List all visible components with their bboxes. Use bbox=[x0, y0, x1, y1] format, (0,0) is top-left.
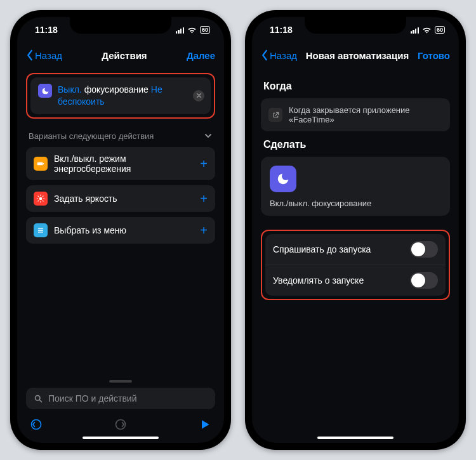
battery-icon: 60 bbox=[435, 26, 445, 34]
bottom-toolbar bbox=[17, 413, 224, 435]
when-section-title: Когда bbox=[263, 81, 447, 92]
undo-icon[interactable] bbox=[30, 418, 43, 431]
status-indicators: 60 bbox=[411, 26, 445, 34]
suggestion-brightness[interactable]: Задать яркость + bbox=[26, 185, 215, 212]
battery-square-icon bbox=[34, 157, 48, 171]
content-right: Когда Когда закрывается приложение «Face… bbox=[252, 68, 459, 435]
home-indicator[interactable] bbox=[83, 437, 159, 439]
close-icon bbox=[196, 93, 202, 98]
content-left: Выкл. фокусирование Не беспокоить Вариан… bbox=[17, 68, 224, 378]
screen-left: 11:18 60 Назад Действия Далее bbox=[17, 17, 224, 443]
back-label: Назад bbox=[270, 50, 297, 61]
suggestion-lowpower[interactable]: Вкл./выкл. режим энергосбережения + bbox=[26, 147, 215, 180]
switch-off[interactable] bbox=[410, 241, 438, 258]
sheet-handle[interactable] bbox=[109, 380, 132, 383]
cellular-icon bbox=[411, 27, 419, 34]
suggestion-label: Задать яркость bbox=[54, 194, 117, 204]
play-button[interactable] bbox=[199, 418, 211, 431]
chevron-left-icon bbox=[261, 49, 268, 61]
action-off[interactable]: Выкл. bbox=[58, 84, 82, 95]
moon-icon bbox=[270, 166, 296, 192]
suggestion-group: Варианты следующего действия Вкл./выкл. … bbox=[26, 128, 215, 244]
when-text: Когда закрывается приложение «FaceTime» bbox=[289, 105, 442, 124]
moon-icon bbox=[38, 84, 52, 98]
notch bbox=[70, 17, 171, 34]
svg-point-2 bbox=[39, 197, 43, 200]
wifi-icon bbox=[422, 27, 432, 34]
svg-rect-0 bbox=[37, 162, 43, 165]
svg-line-7 bbox=[38, 196, 39, 197]
suggestion-label: Выбрать из меню bbox=[54, 225, 126, 235]
back-button[interactable]: Назад bbox=[26, 49, 62, 61]
chevron-left-icon bbox=[26, 49, 34, 61]
clock: 11:18 bbox=[35, 25, 58, 35]
do-section-title: Сделать bbox=[263, 139, 447, 150]
svg-line-9 bbox=[38, 200, 39, 201]
action-text: Выкл. фокусирование Не беспокоить bbox=[58, 84, 203, 108]
plus-icon[interactable]: + bbox=[200, 192, 208, 205]
when-trigger-row[interactable]: Когда закрывается приложение «FaceTime» bbox=[261, 98, 450, 131]
done-button[interactable]: Готово bbox=[418, 50, 450, 61]
search-placeholder: Поиск ПО и действий bbox=[48, 393, 137, 404]
svg-marker-18 bbox=[202, 420, 209, 428]
action-main: фокусирование bbox=[84, 84, 149, 95]
plus-icon[interactable]: + bbox=[200, 224, 208, 237]
app-open-icon bbox=[268, 108, 282, 122]
highlight-toggles: Спрашивать до запуска Уведомлять о запус… bbox=[261, 230, 450, 300]
toggle-label: Спрашивать до запуска bbox=[273, 244, 371, 254]
search-icon bbox=[34, 394, 43, 404]
suggestion-label: Вкл./выкл. режим энергосбережения bbox=[54, 154, 194, 174]
clock: 11:18 bbox=[270, 25, 293, 35]
suggestion-header[interactable]: Варианты следующего действия bbox=[26, 128, 215, 147]
svg-line-15 bbox=[39, 400, 41, 402]
notch bbox=[305, 17, 406, 34]
focus-action-card[interactable]: Выкл. фокусирование Не беспокоить bbox=[30, 77, 211, 114]
plus-icon[interactable]: + bbox=[200, 157, 208, 170]
nav-bar: Назад Действия Далее bbox=[17, 43, 224, 68]
switch-off[interactable] bbox=[410, 272, 438, 289]
highlight-action-card: Выкл. фокусирование Не беспокоить bbox=[26, 73, 215, 119]
redo-icon bbox=[114, 418, 127, 431]
svg-line-8 bbox=[43, 200, 43, 201]
toggle-group: Спрашивать до запуска Уведомлять о запус… bbox=[265, 234, 446, 296]
nav-bar: Назад Новая автоматизация Готово bbox=[252, 43, 459, 68]
toggle-ask-before-run[interactable]: Спрашивать до запуска bbox=[265, 234, 446, 265]
phone-right: 11:18 60 Назад Новая автоматизация Готов… bbox=[245, 10, 466, 450]
svg-rect-1 bbox=[43, 163, 44, 164]
clear-action-button[interactable] bbox=[193, 90, 204, 102]
svg-line-10 bbox=[43, 196, 43, 197]
suggestion-menu[interactable]: Выбрать из меню + bbox=[26, 217, 215, 244]
do-action-card[interactable]: Вкл./выкл. фокусирование bbox=[261, 157, 450, 216]
home-indicator[interactable] bbox=[317, 437, 393, 439]
do-action-label: Вкл./выкл. фокусирование bbox=[270, 199, 441, 208]
next-button[interactable]: Далее bbox=[187, 50, 215, 61]
toggle-label: Уведомлять о запуске bbox=[273, 275, 364, 286]
back-label: Назад bbox=[35, 50, 62, 61]
phone-left: 11:18 60 Назад Действия Далее bbox=[10, 10, 231, 450]
search-input[interactable]: Поиск ПО и действий bbox=[26, 388, 215, 409]
toggle-notify-on-run[interactable]: Уведомлять о запуске bbox=[265, 265, 446, 296]
list-square-icon bbox=[34, 223, 48, 237]
battery-icon: 60 bbox=[200, 26, 210, 34]
nav-title: Действия bbox=[62, 50, 187, 61]
status-indicators: 60 bbox=[176, 26, 210, 34]
screen-right: 11:18 60 Назад Новая автоматизация Готов… bbox=[252, 17, 459, 443]
back-button[interactable]: Назад bbox=[261, 49, 297, 61]
wifi-icon bbox=[187, 27, 197, 34]
suggestion-header-label: Варианты следующего действия bbox=[29, 131, 154, 141]
cellular-icon bbox=[176, 27, 184, 34]
sun-square-icon bbox=[34, 192, 48, 206]
chevron-down-icon bbox=[204, 131, 213, 140]
nav-title: Новая автоматизация bbox=[297, 50, 418, 61]
